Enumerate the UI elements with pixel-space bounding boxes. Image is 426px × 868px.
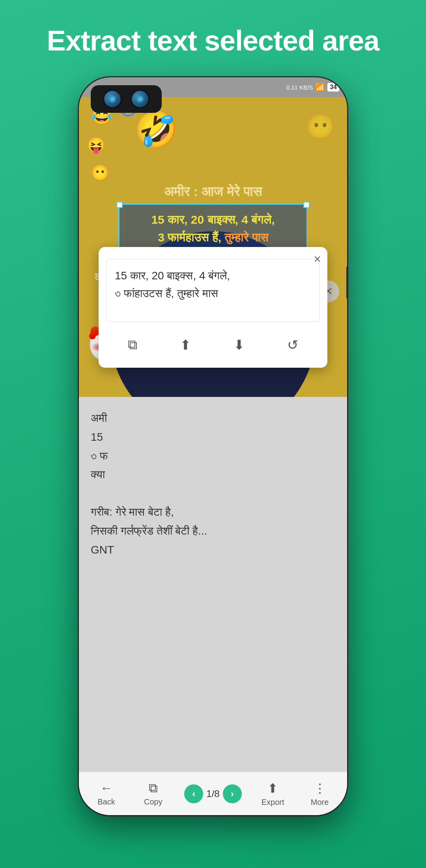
battery-level: 34 [327, 83, 339, 92]
popup-text-area[interactable]: 15 कार, 20 बाइक्स, 4 बंगले, ৩ फांहाउटस ह… [106, 259, 320, 322]
nav-back[interactable]: ← Back [90, 781, 122, 806]
copy-icon[interactable]: ⧉ [125, 334, 140, 356]
nav-export[interactable]: ⬆ Export [257, 781, 289, 807]
nav-copy[interactable]: ⧉ Copy [137, 781, 169, 806]
bottom-navigation: ← Back ⧉ Copy ‹ 1/8 › ⬆ Export [79, 772, 347, 815]
hindi-text-top: अमीर : आज मेरे पास [79, 184, 347, 200]
copy-label: Copy [144, 797, 163, 806]
handle-tl[interactable] [116, 202, 123, 208]
status-icons: 0.11 KB/S 📶 34 [286, 82, 339, 92]
back-icon: ← [100, 781, 112, 795]
face-emoji-2: 😝 [87, 137, 105, 154]
refresh-icon[interactable]: ↺ [284, 334, 301, 356]
phone-frame: 0.11 KB/S 📶 34 🤣 😂 [79, 77, 347, 815]
camera-lens-2 [131, 90, 149, 108]
selected-text: 15 कार, 20 बाइक्स, 4 बंगले, 3 फार्महाउस … [127, 211, 299, 246]
gray-content-area: अमी 15 ৩ फ क्या गरीब: गेरे मास बेटा है, … [79, 397, 347, 776]
popup-actions: ⧉ ⬆ ⬇ ↺ [106, 330, 320, 360]
gray-text: अमी 15 ৩ फ क्या गरीब: गेरे मास बेटा है, … [91, 409, 335, 559]
share-up-icon[interactable]: ⬆ [177, 334, 194, 356]
more-icon: ⋮ [314, 781, 326, 796]
prev-page-button[interactable]: ‹ [184, 784, 203, 803]
export-icon: ⬆ [267, 781, 278, 796]
camera-lens-1 [103, 90, 122, 108]
more-label: More [311, 798, 329, 807]
popup-close-button[interactable]: × [314, 252, 321, 266]
data-speed: 0.11 KB/S [286, 84, 313, 91]
export-label: Export [262, 798, 284, 807]
page-indicator: 1/8 [206, 788, 219, 799]
back-label: Back [97, 797, 115, 806]
handle-tr[interactable] [303, 202, 310, 208]
nav-more[interactable]: ⋮ More [304, 781, 336, 807]
face-emoji-right: 😶 [306, 113, 335, 141]
face-emoji-3: 😶 [91, 164, 109, 181]
selection-box[interactable]: 15 कार, 20 बाइक्स, 4 बंगले, 3 फार्महाउस … [118, 204, 308, 253]
laughing-emoji: 🤣 [134, 109, 178, 150]
download-icon[interactable]: ⬇ [230, 334, 248, 356]
signal-bars: 📶 [315, 82, 325, 92]
ocr-popup: × 15 कार, 20 बाइक्स, 4 बंगले, ৩ फांहाउटस… [99, 247, 327, 368]
header-title: Extract text selected area [15, 0, 411, 73]
phone-screen: 🤣 😂 😝 😶 😶 🤡 अमीर : आज मेरे पास [79, 97, 347, 815]
copy-nav-icon: ⧉ [149, 781, 158, 795]
pagination-control: ‹ 1/8 › [184, 784, 241, 803]
next-page-button[interactable]: › [223, 784, 242, 803]
extracted-text: 15 कार, 20 बाइक्स, 4 बंगले, ৩ फांहाउटस ह… [115, 267, 311, 303]
phone-mockup: 0.11 KB/S 📶 34 🤣 😂 [79, 77, 347, 815]
side-power-button[interactable] [346, 267, 347, 298]
camera-bump [91, 85, 162, 113]
